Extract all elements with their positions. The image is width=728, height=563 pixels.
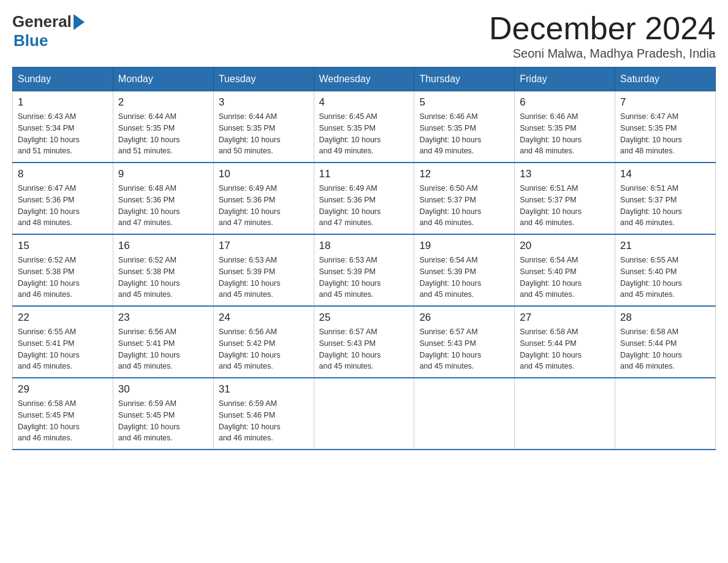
day-number: 14 <box>620 168 710 180</box>
calendar-week-row: 15 Sunrise: 6:52 AM Sunset: 5:38 PM Dayl… <box>13 234 716 306</box>
day-number: 16 <box>118 240 208 252</box>
calendar-day-cell: 18 Sunrise: 6:53 AM Sunset: 5:39 PM Dayl… <box>314 234 414 306</box>
day-info: Sunrise: 6:53 AM Sunset: 5:39 PM Dayligh… <box>319 255 409 301</box>
day-number: 25 <box>319 312 409 324</box>
calendar-day-cell: 21 Sunrise: 6:55 AM Sunset: 5:40 PM Dayl… <box>615 234 716 306</box>
calendar-header-tuesday: Tuesday <box>213 67 314 91</box>
calendar-day-cell: 15 Sunrise: 6:52 AM Sunset: 5:38 PM Dayl… <box>13 234 113 306</box>
logo-blue-text: Blue <box>13 31 48 50</box>
calendar-day-cell: 27 Sunrise: 6:58 AM Sunset: 5:44 PM Dayl… <box>515 306 615 378</box>
day-info: Sunrise: 6:54 AM Sunset: 5:39 PM Dayligh… <box>419 255 509 301</box>
day-info: Sunrise: 6:57 AM Sunset: 5:43 PM Dayligh… <box>419 326 509 372</box>
calendar-day-cell: 6 Sunrise: 6:46 AM Sunset: 5:35 PM Dayli… <box>515 91 615 163</box>
day-number: 6 <box>520 96 610 109</box>
day-number: 18 <box>319 240 409 252</box>
day-info: Sunrise: 6:58 AM Sunset: 5:44 PM Dayligh… <box>520 326 610 372</box>
day-info: Sunrise: 6:59 AM Sunset: 5:46 PM Dayligh… <box>219 398 309 444</box>
day-number: 9 <box>118 168 208 180</box>
day-number: 27 <box>520 312 610 324</box>
calendar-day-cell: 7 Sunrise: 6:47 AM Sunset: 5:35 PM Dayli… <box>615 91 716 163</box>
day-info: Sunrise: 6:48 AM Sunset: 5:36 PM Dayligh… <box>118 183 208 229</box>
day-info: Sunrise: 6:43 AM Sunset: 5:34 PM Dayligh… <box>18 111 108 157</box>
calendar-empty-cell <box>414 378 515 450</box>
day-info: Sunrise: 6:57 AM Sunset: 5:43 PM Dayligh… <box>319 326 409 372</box>
day-number: 10 <box>219 168 309 180</box>
day-info: Sunrise: 6:49 AM Sunset: 5:36 PM Dayligh… <box>219 183 309 229</box>
day-number: 8 <box>18 168 108 180</box>
calendar-empty-cell <box>515 378 615 450</box>
calendar-day-cell: 8 Sunrise: 6:47 AM Sunset: 5:36 PM Dayli… <box>13 163 113 234</box>
calendar-day-cell: 16 Sunrise: 6:52 AM Sunset: 5:38 PM Dayl… <box>113 234 213 306</box>
calendar-day-cell: 26 Sunrise: 6:57 AM Sunset: 5:43 PM Dayl… <box>414 306 515 378</box>
calendar-day-cell: 30 Sunrise: 6:59 AM Sunset: 5:45 PM Dayl… <box>113 378 213 450</box>
calendar-day-cell: 19 Sunrise: 6:54 AM Sunset: 5:39 PM Dayl… <box>414 234 515 306</box>
day-number: 22 <box>18 312 108 324</box>
calendar-day-cell: 9 Sunrise: 6:48 AM Sunset: 5:36 PM Dayli… <box>113 163 213 234</box>
calendar-day-cell: 25 Sunrise: 6:57 AM Sunset: 5:43 PM Dayl… <box>314 306 414 378</box>
title-area: December 2024 Seoni Malwa, Madhya Prades… <box>489 12 716 61</box>
day-number: 26 <box>419 312 509 324</box>
day-info: Sunrise: 6:49 AM Sunset: 5:36 PM Dayligh… <box>319 183 409 229</box>
day-number: 30 <box>118 383 208 396</box>
calendar-header-wednesday: Wednesday <box>314 67 414 91</box>
calendar-table: SundayMondayTuesdayWednesdayThursdayFrid… <box>12 67 716 450</box>
calendar-day-cell: 14 Sunrise: 6:51 AM Sunset: 5:37 PM Dayl… <box>615 163 716 234</box>
day-number: 29 <box>18 383 108 396</box>
day-info: Sunrise: 6:44 AM Sunset: 5:35 PM Dayligh… <box>118 111 208 157</box>
day-number: 17 <box>219 240 309 252</box>
day-info: Sunrise: 6:54 AM Sunset: 5:40 PM Dayligh… <box>520 255 610 301</box>
day-info: Sunrise: 6:44 AM Sunset: 5:35 PM Dayligh… <box>219 111 309 157</box>
calendar-day-cell: 29 Sunrise: 6:58 AM Sunset: 5:45 PM Dayl… <box>13 378 113 450</box>
page-header: General Blue December 2024 Seoni Malwa, … <box>12 12 716 61</box>
day-info: Sunrise: 6:53 AM Sunset: 5:39 PM Dayligh… <box>219 255 309 301</box>
day-info: Sunrise: 6:52 AM Sunset: 5:38 PM Dayligh… <box>118 255 208 301</box>
day-info: Sunrise: 6:46 AM Sunset: 5:35 PM Dayligh… <box>520 111 610 157</box>
calendar-week-row: 1 Sunrise: 6:43 AM Sunset: 5:34 PM Dayli… <box>13 91 716 163</box>
day-number: 7 <box>620 96 710 109</box>
calendar-day-cell: 4 Sunrise: 6:45 AM Sunset: 5:35 PM Dayli… <box>314 91 414 163</box>
calendar-day-cell: 10 Sunrise: 6:49 AM Sunset: 5:36 PM Dayl… <box>213 163 314 234</box>
calendar-day-cell: 5 Sunrise: 6:46 AM Sunset: 5:35 PM Dayli… <box>414 91 515 163</box>
day-info: Sunrise: 6:58 AM Sunset: 5:44 PM Dayligh… <box>620 326 710 372</box>
day-info: Sunrise: 6:51 AM Sunset: 5:37 PM Dayligh… <box>620 183 710 229</box>
day-info: Sunrise: 6:56 AM Sunset: 5:42 PM Dayligh… <box>219 326 309 372</box>
calendar-day-cell: 31 Sunrise: 6:59 AM Sunset: 5:46 PM Dayl… <box>213 378 314 450</box>
calendar-day-cell: 22 Sunrise: 6:55 AM Sunset: 5:41 PM Dayl… <box>13 306 113 378</box>
day-number: 12 <box>419 168 509 180</box>
day-number: 2 <box>118 96 208 109</box>
day-number: 15 <box>18 240 108 252</box>
day-info: Sunrise: 6:58 AM Sunset: 5:45 PM Dayligh… <box>18 398 108 444</box>
day-info: Sunrise: 6:55 AM Sunset: 5:40 PM Dayligh… <box>620 255 710 301</box>
calendar-header-sunday: Sunday <box>13 67 113 91</box>
calendar-day-cell: 13 Sunrise: 6:51 AM Sunset: 5:37 PM Dayl… <box>515 163 615 234</box>
calendar-day-cell: 12 Sunrise: 6:50 AM Sunset: 5:37 PM Dayl… <box>414 163 515 234</box>
calendar-header-monday: Monday <box>113 67 213 91</box>
calendar-day-cell: 2 Sunrise: 6:44 AM Sunset: 5:35 PM Dayli… <box>113 91 213 163</box>
calendar-day-cell: 20 Sunrise: 6:54 AM Sunset: 5:40 PM Dayl… <box>515 234 615 306</box>
location-text: Seoni Malwa, Madhya Pradesh, India <box>489 47 716 61</box>
day-number: 11 <box>319 168 409 180</box>
day-info: Sunrise: 6:46 AM Sunset: 5:35 PM Dayligh… <box>419 111 509 157</box>
day-info: Sunrise: 6:59 AM Sunset: 5:45 PM Dayligh… <box>118 398 208 444</box>
calendar-day-cell: 1 Sunrise: 6:43 AM Sunset: 5:34 PM Dayli… <box>13 91 113 163</box>
day-info: Sunrise: 6:52 AM Sunset: 5:38 PM Dayligh… <box>18 255 108 301</box>
day-number: 23 <box>118 312 208 324</box>
calendar-day-cell: 28 Sunrise: 6:58 AM Sunset: 5:44 PM Dayl… <box>615 306 716 378</box>
logo-triangle-icon <box>74 14 85 30</box>
day-info: Sunrise: 6:55 AM Sunset: 5:41 PM Dayligh… <box>18 326 108 372</box>
day-info: Sunrise: 6:56 AM Sunset: 5:41 PM Dayligh… <box>118 326 208 372</box>
day-info: Sunrise: 6:50 AM Sunset: 5:37 PM Dayligh… <box>419 183 509 229</box>
month-title: December 2024 <box>489 12 716 44</box>
calendar-week-row: 8 Sunrise: 6:47 AM Sunset: 5:36 PM Dayli… <box>13 163 716 234</box>
calendar-day-cell: 17 Sunrise: 6:53 AM Sunset: 5:39 PM Dayl… <box>213 234 314 306</box>
day-info: Sunrise: 6:51 AM Sunset: 5:37 PM Dayligh… <box>520 183 610 229</box>
day-number: 28 <box>620 312 710 324</box>
calendar-header-row: SundayMondayTuesdayWednesdayThursdayFrid… <box>13 67 716 91</box>
day-number: 21 <box>620 240 710 252</box>
calendar-week-row: 22 Sunrise: 6:55 AM Sunset: 5:41 PM Dayl… <box>13 306 716 378</box>
day-number: 24 <box>219 312 309 324</box>
calendar-week-row: 29 Sunrise: 6:58 AM Sunset: 5:45 PM Dayl… <box>13 378 716 450</box>
logo-general-text: General <box>12 12 72 31</box>
calendar-day-cell: 23 Sunrise: 6:56 AM Sunset: 5:41 PM Dayl… <box>113 306 213 378</box>
day-number: 31 <box>219 383 309 396</box>
